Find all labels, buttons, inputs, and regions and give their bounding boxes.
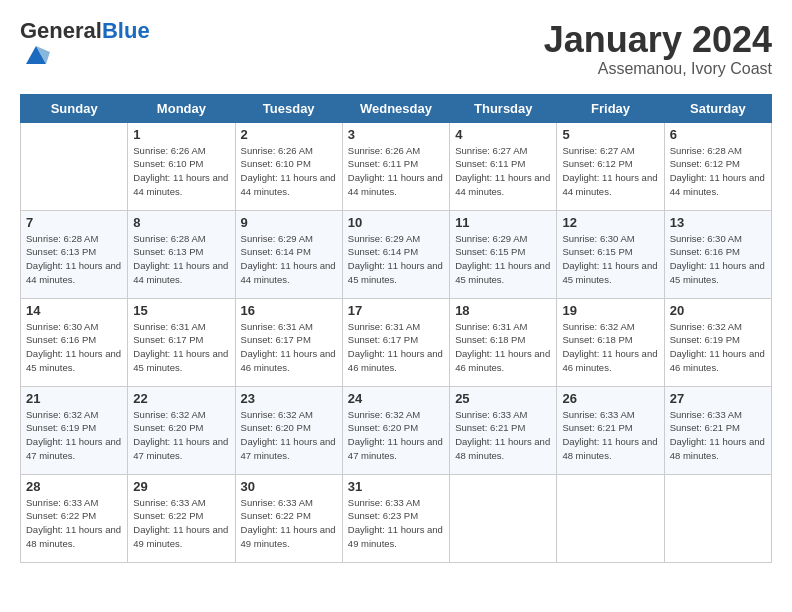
day-info: Sunrise: 6:33 AM Sunset: 6:21 PM Dayligh… <box>455 408 551 463</box>
weekday-header-tuesday: Tuesday <box>235 94 342 122</box>
calendar-cell: 10Sunrise: 6:29 AM Sunset: 6:14 PM Dayli… <box>342 210 449 298</box>
calendar-cell: 29Sunrise: 6:33 AM Sunset: 6:22 PM Dayli… <box>128 474 235 562</box>
weekday-header-saturday: Saturday <box>664 94 771 122</box>
day-info: Sunrise: 6:28 AM Sunset: 6:13 PM Dayligh… <box>26 232 122 287</box>
day-number: 6 <box>670 127 766 142</box>
calendar-cell: 28Sunrise: 6:33 AM Sunset: 6:22 PM Dayli… <box>21 474 128 562</box>
day-info: Sunrise: 6:30 AM Sunset: 6:15 PM Dayligh… <box>562 232 658 287</box>
day-info: Sunrise: 6:32 AM Sunset: 6:18 PM Dayligh… <box>562 320 658 375</box>
day-number: 28 <box>26 479 122 494</box>
calendar-cell: 12Sunrise: 6:30 AM Sunset: 6:15 PM Dayli… <box>557 210 664 298</box>
day-number: 4 <box>455 127 551 142</box>
logo-blue-text: Blue <box>102 18 150 43</box>
calendar-week-2: 7Sunrise: 6:28 AM Sunset: 6:13 PM Daylig… <box>21 210 772 298</box>
calendar-cell: 13Sunrise: 6:30 AM Sunset: 6:16 PM Dayli… <box>664 210 771 298</box>
day-number: 12 <box>562 215 658 230</box>
day-number: 16 <box>241 303 337 318</box>
day-info: Sunrise: 6:26 AM Sunset: 6:10 PM Dayligh… <box>133 144 229 199</box>
logo-icon <box>22 42 50 70</box>
day-number: 8 <box>133 215 229 230</box>
calendar-week-1: 1Sunrise: 6:26 AM Sunset: 6:10 PM Daylig… <box>21 122 772 210</box>
day-info: Sunrise: 6:29 AM Sunset: 6:14 PM Dayligh… <box>241 232 337 287</box>
calendar-cell: 11Sunrise: 6:29 AM Sunset: 6:15 PM Dayli… <box>450 210 557 298</box>
day-number: 9 <box>241 215 337 230</box>
day-info: Sunrise: 6:33 AM Sunset: 6:23 PM Dayligh… <box>348 496 444 551</box>
day-number: 25 <box>455 391 551 406</box>
day-info: Sunrise: 6:33 AM Sunset: 6:22 PM Dayligh… <box>26 496 122 551</box>
title-block: January 2024 Assemanou, Ivory Coast <box>544 20 772 78</box>
day-number: 5 <box>562 127 658 142</box>
day-info: Sunrise: 6:28 AM Sunset: 6:12 PM Dayligh… <box>670 144 766 199</box>
weekday-header-row: SundayMondayTuesdayWednesdayThursdayFrid… <box>21 94 772 122</box>
calendar-cell: 31Sunrise: 6:33 AM Sunset: 6:23 PM Dayli… <box>342 474 449 562</box>
month-title: January 2024 <box>544 20 772 60</box>
day-number: 18 <box>455 303 551 318</box>
calendar-cell <box>664 474 771 562</box>
day-number: 30 <box>241 479 337 494</box>
day-info: Sunrise: 6:33 AM Sunset: 6:21 PM Dayligh… <box>670 408 766 463</box>
calendar-cell <box>21 122 128 210</box>
day-number: 31 <box>348 479 444 494</box>
day-number: 29 <box>133 479 229 494</box>
calendar-cell: 19Sunrise: 6:32 AM Sunset: 6:18 PM Dayli… <box>557 298 664 386</box>
logo: GeneralBlue <box>20 20 150 74</box>
day-number: 17 <box>348 303 444 318</box>
calendar-cell <box>450 474 557 562</box>
day-info: Sunrise: 6:27 AM Sunset: 6:11 PM Dayligh… <box>455 144 551 199</box>
day-info: Sunrise: 6:26 AM Sunset: 6:11 PM Dayligh… <box>348 144 444 199</box>
day-number: 27 <box>670 391 766 406</box>
weekday-header-thursday: Thursday <box>450 94 557 122</box>
day-info: Sunrise: 6:30 AM Sunset: 6:16 PM Dayligh… <box>26 320 122 375</box>
weekday-header-wednesday: Wednesday <box>342 94 449 122</box>
calendar-cell: 4Sunrise: 6:27 AM Sunset: 6:11 PM Daylig… <box>450 122 557 210</box>
day-info: Sunrise: 6:28 AM Sunset: 6:13 PM Dayligh… <box>133 232 229 287</box>
day-number: 14 <box>26 303 122 318</box>
calendar-cell: 26Sunrise: 6:33 AM Sunset: 6:21 PM Dayli… <box>557 386 664 474</box>
day-info: Sunrise: 6:31 AM Sunset: 6:17 PM Dayligh… <box>133 320 229 375</box>
day-info: Sunrise: 6:27 AM Sunset: 6:12 PM Dayligh… <box>562 144 658 199</box>
day-info: Sunrise: 6:29 AM Sunset: 6:14 PM Dayligh… <box>348 232 444 287</box>
page-header: GeneralBlue January 2024 Assemanou, Ivor… <box>20 20 772 78</box>
day-info: Sunrise: 6:31 AM Sunset: 6:17 PM Dayligh… <box>241 320 337 375</box>
calendar-cell: 30Sunrise: 6:33 AM Sunset: 6:22 PM Dayli… <box>235 474 342 562</box>
day-number: 1 <box>133 127 229 142</box>
calendar-cell: 16Sunrise: 6:31 AM Sunset: 6:17 PM Dayli… <box>235 298 342 386</box>
day-number: 10 <box>348 215 444 230</box>
day-number: 11 <box>455 215 551 230</box>
day-info: Sunrise: 6:26 AM Sunset: 6:10 PM Dayligh… <box>241 144 337 199</box>
calendar-week-5: 28Sunrise: 6:33 AM Sunset: 6:22 PM Dayli… <box>21 474 772 562</box>
calendar-week-3: 14Sunrise: 6:30 AM Sunset: 6:16 PM Dayli… <box>21 298 772 386</box>
calendar-cell: 23Sunrise: 6:32 AM Sunset: 6:20 PM Dayli… <box>235 386 342 474</box>
day-info: Sunrise: 6:32 AM Sunset: 6:20 PM Dayligh… <box>348 408 444 463</box>
calendar-cell: 9Sunrise: 6:29 AM Sunset: 6:14 PM Daylig… <box>235 210 342 298</box>
weekday-header-friday: Friday <box>557 94 664 122</box>
calendar-cell: 25Sunrise: 6:33 AM Sunset: 6:21 PM Dayli… <box>450 386 557 474</box>
day-info: Sunrise: 6:31 AM Sunset: 6:18 PM Dayligh… <box>455 320 551 375</box>
day-info: Sunrise: 6:29 AM Sunset: 6:15 PM Dayligh… <box>455 232 551 287</box>
calendar-cell: 21Sunrise: 6:32 AM Sunset: 6:19 PM Dayli… <box>21 386 128 474</box>
day-number: 7 <box>26 215 122 230</box>
day-number: 21 <box>26 391 122 406</box>
calendar-cell: 22Sunrise: 6:32 AM Sunset: 6:20 PM Dayli… <box>128 386 235 474</box>
calendar-week-4: 21Sunrise: 6:32 AM Sunset: 6:19 PM Dayli… <box>21 386 772 474</box>
calendar-cell: 27Sunrise: 6:33 AM Sunset: 6:21 PM Dayli… <box>664 386 771 474</box>
calendar-cell: 18Sunrise: 6:31 AM Sunset: 6:18 PM Dayli… <box>450 298 557 386</box>
day-number: 3 <box>348 127 444 142</box>
day-info: Sunrise: 6:32 AM Sunset: 6:19 PM Dayligh… <box>670 320 766 375</box>
location-subtitle: Assemanou, Ivory Coast <box>544 60 772 78</box>
weekday-header-sunday: Sunday <box>21 94 128 122</box>
day-number: 13 <box>670 215 766 230</box>
day-number: 15 <box>133 303 229 318</box>
day-number: 19 <box>562 303 658 318</box>
day-info: Sunrise: 6:32 AM Sunset: 6:20 PM Dayligh… <box>241 408 337 463</box>
calendar-cell: 24Sunrise: 6:32 AM Sunset: 6:20 PM Dayli… <box>342 386 449 474</box>
day-info: Sunrise: 6:32 AM Sunset: 6:19 PM Dayligh… <box>26 408 122 463</box>
calendar-cell: 1Sunrise: 6:26 AM Sunset: 6:10 PM Daylig… <box>128 122 235 210</box>
calendar-cell: 17Sunrise: 6:31 AM Sunset: 6:17 PM Dayli… <box>342 298 449 386</box>
day-number: 22 <box>133 391 229 406</box>
calendar-cell: 6Sunrise: 6:28 AM Sunset: 6:12 PM Daylig… <box>664 122 771 210</box>
calendar-cell: 2Sunrise: 6:26 AM Sunset: 6:10 PM Daylig… <box>235 122 342 210</box>
calendar-cell: 14Sunrise: 6:30 AM Sunset: 6:16 PM Dayli… <box>21 298 128 386</box>
day-number: 23 <box>241 391 337 406</box>
calendar-cell: 7Sunrise: 6:28 AM Sunset: 6:13 PM Daylig… <box>21 210 128 298</box>
